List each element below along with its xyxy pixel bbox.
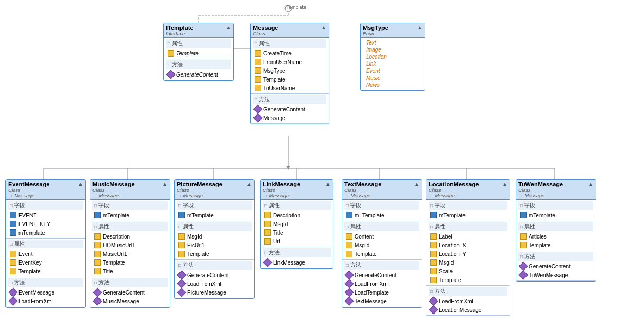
prop-icon (254, 58, 262, 66)
enum-link: Link (363, 60, 423, 67)
itemplate-label: ITemplate (285, 4, 306, 10)
msg-method-generatecontent: GenerateContent (253, 105, 326, 114)
box-musicmessage-collapse[interactable]: ▲ (162, 181, 168, 187)
box-msgtype-collapse[interactable]: ▲ (417, 24, 423, 30)
svg-marker-14 (286, 166, 290, 170)
box-picturemessage-collapse[interactable]: ▲ (246, 181, 252, 187)
box-message-collapse[interactable]: ▲ (321, 24, 326, 30)
box-eventmessage: EventMessage Class → Message ▲ □字段 EVENT… (5, 179, 86, 308)
box-picturemessage-title: PictureMessage (177, 181, 222, 187)
box-message-subtitle: Class (253, 31, 278, 36)
box-msgtype-enums: Text Image Location Link Event Music New… (361, 38, 425, 90)
enum-image: Image (363, 46, 423, 53)
item-template-prop: Template (166, 49, 231, 58)
box-textmessage-title: TextMessage (344, 181, 381, 187)
box-textmessage-collapse[interactable]: ▲ (414, 181, 419, 187)
diagram-container: ITemplate Interface ▲ □ 属性 Template □ 方法 (0, 0, 644, 319)
box-linkmessage-header: LinkMessage Class → Message ▲ (261, 180, 333, 200)
enum-location: Location (363, 53, 423, 60)
box-eventmessage-subtitle: Class (8, 187, 49, 193)
box-textmessage: TextMessage Class → Message ▲ □字段 m_Temp… (342, 179, 422, 308)
box-itemplate-props: □ 属性 Template (164, 38, 233, 59)
box-itemplate-header: ITemplate Interface ▲ (164, 23, 233, 38)
box-msgtype-subtitle: Enum (363, 31, 388, 36)
box-locationmessage-fields: □字段 mTemplate (426, 200, 510, 221)
prop-icon (254, 67, 262, 74)
box-itemplate-collapse[interactable]: ▲ (226, 24, 231, 30)
method-icon (254, 105, 262, 113)
methods-label: □ 方法 (166, 60, 231, 69)
enum-news: News (363, 82, 423, 89)
box-itemplate-subtitle: Interface (166, 31, 194, 36)
box-message-methods: □ 方法 GenerateContent Message (251, 94, 329, 124)
box-musicmessage-props: □属性 Description HQMusicUrl1 MusicUrl1 Te… (90, 221, 170, 277)
box-eventmessage-collapse[interactable]: ▲ (78, 181, 83, 187)
box-textmessage-methods: □方法 GenerateContent LoadFromXml LoadTemp… (342, 260, 422, 307)
box-message: Message Class ▲ □ 属性 CreateTime FromUser… (250, 23, 329, 124)
box-linkmessage: LinkMessage Class → Message ▲ □属性 Descri… (260, 179, 333, 269)
box-eventmessage-title: EventMessage (8, 181, 49, 187)
msg-method-message: Message (253, 114, 326, 122)
box-tuwenmessage-collapse[interactable]: ▲ (588, 181, 593, 187)
box-message-props: □ 属性 CreateTime FromUserName MsgType Tem… (251, 38, 329, 94)
msg-item-fromusername: FromUserName (253, 58, 326, 66)
box-message-title: Message (253, 24, 278, 31)
box-eventmessage-parent: → Message (8, 193, 49, 198)
box-picturemessage: PictureMessage Class → Message ▲ □字段 mTe… (174, 179, 255, 299)
box-musicmessage-fields: □字段 mTemplate (90, 200, 170, 221)
msg-item-tousername: ToUserName (253, 84, 326, 92)
box-tuwenmessage-props: □属性 Articles Template (516, 221, 596, 251)
msg-methods-label: □ 方法 (253, 95, 326, 104)
method-icon (254, 114, 262, 122)
box-tuwenmessage-title: TuWenMessage (518, 181, 563, 187)
box-msgtype-title: MsgType (363, 24, 388, 31)
box-msgtype: MsgType Enum ▲ Text Image Location Link … (360, 23, 425, 91)
box-locationmessage-collapse[interactable]: ▲ (502, 181, 507, 187)
box-tuwenmessage-methods: □方法 GenerateContent TuWenMessage (516, 251, 596, 281)
box-eventmessage-header: EventMessage Class → Message ▲ (6, 180, 85, 200)
box-eventmessage-methods: □方法 EventMessage LoadFromXml (6, 277, 85, 307)
box-musicmessage-title: MusicMessage (92, 181, 135, 187)
box-musicmessage-methods: □方法 GenerateContent MusicMessage (90, 277, 170, 307)
msg-item-template: Template (253, 75, 326, 84)
box-textmessage-props: □属性 Content MsgId Template (342, 221, 422, 260)
msg-props-label: □ 属性 (253, 39, 326, 48)
enum-text: Text (363, 39, 423, 46)
box-linkmessage-title: LinkMessage (263, 181, 300, 187)
box-linkmessage-methods: □方法 LinkMessage (261, 247, 333, 268)
box-locationmessage: LocationMessage Class → Message ▲ □字段 mT… (426, 179, 510, 316)
box-itemplate-title: ITemplate (166, 24, 194, 31)
box-picturemessage-header: PictureMessage Class → Message ▲ (175, 180, 254, 200)
box-musicmessage: MusicMessage Class → Message ▲ □字段 mTemp… (90, 179, 170, 308)
box-textmessage-header: TextMessage Class → Message ▲ (342, 180, 422, 200)
box-eventmessage-props: □属性 Event EventKey Template (6, 239, 85, 277)
box-message-header: Message Class ▲ (251, 23, 329, 38)
enum-event: Event (363, 67, 423, 74)
box-itemplate: ITemplate Interface ▲ □ 属性 Template □ 方法 (163, 23, 234, 81)
enum-music: Music (363, 74, 423, 82)
box-itemplate-methods: □ 方法 GenerateContent (164, 59, 233, 80)
box-linkmessage-collapse[interactable]: ▲ (325, 181, 331, 187)
prop-icon (254, 76, 262, 83)
prop-icon (254, 84, 262, 92)
props-label: □ 属性 (166, 39, 231, 48)
box-tuwenmessage-header: TuWenMessage Class → Message ▲ (516, 180, 596, 200)
box-locationmessage-props: □属性 Label Location_X Location_Y MsgId Sc… (426, 221, 510, 286)
msg-item-createtime: CreateTime (253, 49, 326, 58)
msg-item-msgtype: MsgType (253, 66, 326, 75)
property-icon (167, 49, 175, 57)
box-locationmessage-methods: □方法 LoadFromXml LocationMessage (426, 286, 510, 316)
method-icon (167, 71, 175, 78)
box-tuwenmessage: TuWenMessage Class → Message ▲ □字段 mTemp… (516, 179, 596, 282)
box-tuwenmessage-fields: □字段 mTemplate (516, 200, 596, 221)
box-picturemessage-methods: □方法 GenerateContent LoadFromXml PictureM… (175, 260, 254, 298)
box-musicmessage-header: MusicMessage Class → Message ▲ (90, 180, 170, 200)
box-locationmessage-header: LocationMessage Class → Message ▲ (426, 180, 510, 200)
box-linkmessage-props: □属性 Description MsgId Title Url (261, 200, 333, 247)
box-textmessage-fields: □字段 m_Template (342, 200, 422, 221)
item-generatecontent-method: GenerateContent (166, 70, 231, 79)
prop-icon (254, 49, 262, 57)
box-picturemessage-props: □属性 MsgId PicUrl1 Template (175, 221, 254, 260)
box-locationmessage-title: LocationMessage (429, 181, 479, 187)
box-eventmessage-fields: □字段 EVENT EVENT_KEY mTemplate (6, 200, 85, 239)
